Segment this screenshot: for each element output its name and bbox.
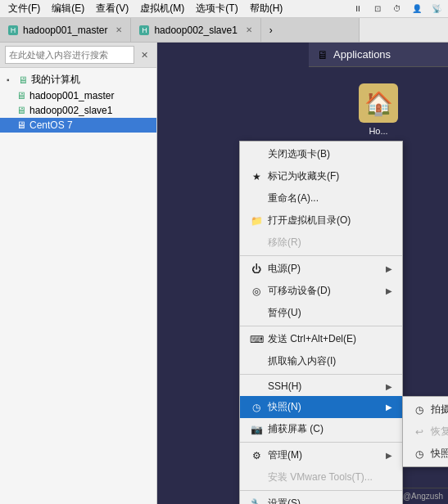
- ctx-label-grab: 抓取输入内容(I): [268, 354, 336, 368]
- app-header-icon: 🖥: [317, 48, 328, 61]
- ctx-sep-2: [240, 326, 402, 326]
- ctx-arrow-power: ▶: [386, 264, 392, 273]
- menubar: 文件(F) 编辑(E) 查看(V) 虚拟机(M) 选项卡(T) 帮助(H) ⏸ …: [0, 0, 448, 18]
- menu-help[interactable]: 帮助(H): [245, 0, 288, 17]
- submenu-label-take: 拍摄快照(T)...: [431, 403, 448, 416]
- sidebar-search-input[interactable]: [5, 46, 134, 64]
- ctx-pause[interactable]: 暂停(U): [240, 302, 402, 324]
- ctx-arrow-ssh: ▶: [386, 382, 392, 391]
- ctx-label-remove: 移除(R): [268, 236, 301, 250]
- main-layout: ✕ ▪ 🖥 我的计算机 🖥 hadoop001_master 🖥 hadoop0…: [0, 43, 448, 504]
- snapshot-submenu: ◷ 拍摄快照(T)... ↩ 恢复到快照 ◷ 快照管理器(M): [402, 396, 448, 467]
- ctx-snapshot[interactable]: ◷ 快照(N) ▶ ◷ 拍摄快照(T)... ↩ 恢复到快照 ◷ 快照管理器(: [240, 396, 402, 418]
- ctx-bookmark[interactable]: ★ 标记为收藏夹(F): [240, 165, 402, 187]
- network-icon[interactable]: 📡: [428, 2, 445, 16]
- tab-hadoop001[interactable]: H hadoop001_master ✕: [0, 18, 131, 42]
- ctx-label-removable: 可移动设备(D): [268, 284, 331, 298]
- tab-more-label: ›: [269, 25, 273, 36]
- tree-item-centos7[interactable]: 🖥 CentOS 7: [0, 118, 156, 133]
- ctx-install-tools: 安装 VMware Tools(T)...: [240, 466, 402, 488]
- submenu-label-manager: 快照管理器(M): [431, 447, 448, 461]
- submenu-restore-snapshot: ↩ 恢复到快照: [403, 421, 448, 443]
- ctx-sep-4: [240, 442, 402, 443]
- ctx-grab-input[interactable]: 抓取输入内容(I): [240, 350, 402, 372]
- ctx-icon-snapshot: ◷: [250, 402, 263, 413]
- tab-close-hadoop002[interactable]: ✕: [246, 25, 252, 34]
- tree-item-hadoop001[interactable]: 🖥 hadoop001_master: [0, 88, 156, 103]
- sidebar-header: ✕: [0, 43, 156, 68]
- sidebar-close-button[interactable]: ✕: [138, 48, 152, 62]
- tab-close-hadoop001[interactable]: ✕: [115, 25, 122, 34]
- ctx-icon-power: ⏻: [250, 263, 263, 275]
- ctx-label-ssh: SSH(H): [268, 380, 301, 392]
- tab-icon-hadoop002: H: [139, 25, 149, 35]
- ctx-power[interactable]: ⏻ 电源(P) ▶: [240, 258, 402, 280]
- tree-item-root[interactable]: ▪ 🖥 我的计算机: [0, 71, 156, 88]
- ctx-manage[interactable]: ⚙ 管理(M) ▶: [240, 444, 402, 466]
- tabbar: H hadoop001_master ✕ H hadoop002_slave1 …: [0, 18, 448, 43]
- ctx-sep-5: [240, 490, 402, 491]
- menu-view[interactable]: 查看(V): [91, 0, 133, 17]
- ctx-arrow-removable: ▶: [386, 286, 392, 295]
- ctx-icon-keyboard: ⌨: [250, 334, 263, 345]
- tree-label-hadoop002: hadoop002_slave1: [29, 105, 112, 116]
- vm-icon-hadoop001: 🖥: [16, 90, 26, 101]
- ctx-label-close-tab: 关闭选项卡(B): [268, 147, 330, 161]
- ctx-label-pause: 暂停(U): [268, 306, 301, 320]
- ctx-icon-capture: 📷: [250, 424, 263, 435]
- menu-edit[interactable]: 编辑(E): [47, 0, 89, 17]
- submenu-icon-manager: ◷: [413, 448, 426, 460]
- tab-label-hadoop002: hadoop002_slave1: [154, 25, 237, 36]
- ctx-label-install-tools: 安装 VMware Tools(T)...: [268, 470, 373, 484]
- ctx-settings[interactable]: 🔧 设置(S)...: [240, 493, 402, 504]
- menubar-icons: ⏸ ⊡ ⏱ 👤 📡: [350, 2, 445, 16]
- menu-file[interactable]: 文件(F): [3, 0, 45, 17]
- tab-icon-hadoop001: H: [8, 25, 18, 35]
- pause-icon[interactable]: ⏸: [350, 2, 366, 16]
- ctx-remove: 移除(R): [240, 232, 402, 254]
- content-area: 🖥 Applications 🏠 Ho... 🗑 Tra... 关闭选项卡(B)…: [157, 43, 448, 504]
- vm-icon-hadoop002: 🖥: [16, 105, 26, 116]
- ctx-capture-screen[interactable]: 📷 捕获屏幕 (C): [240, 418, 402, 440]
- ctx-icon-bookmark: ★: [250, 171, 263, 182]
- ctx-ssh[interactable]: SSH(H) ▶: [240, 376, 402, 396]
- menu-tab[interactable]: 选项卡(T): [191, 0, 242, 17]
- ctx-send-ctrl-alt-del[interactable]: ⌨ 发送 Ctrl+Alt+Del(E): [240, 328, 402, 350]
- submenu-label-restore: 恢复到快照: [431, 425, 448, 439]
- ctx-label-snapshot: 快照(N): [268, 400, 301, 414]
- ctx-arrow-snapshot: ▶: [386, 403, 392, 412]
- desktop-icon-home-label: Ho...: [369, 126, 387, 136]
- user-icon[interactable]: 👤: [409, 2, 425, 16]
- computer-icon: 🖥: [18, 74, 28, 86]
- ctx-sep-1: [240, 255, 402, 256]
- window-icon[interactable]: ⊡: [369, 2, 386, 16]
- ctx-icon-opendir: 📁: [250, 215, 263, 227]
- submenu-take-snapshot[interactable]: ◷ 拍摄快照(T)...: [403, 398, 448, 421]
- ctx-label-rename: 重命名(A)...: [268, 191, 319, 205]
- ctx-icon-removable: ◎: [250, 286, 263, 297]
- ctx-rename[interactable]: 重命名(A)...: [240, 187, 402, 209]
- ctx-label-opendir: 打开虚拟机目录(O): [268, 214, 351, 227]
- ctx-label-power: 电源(P): [268, 262, 301, 276]
- ctx-label-bookmark: 标记为收藏夹(F): [268, 169, 339, 183]
- tab-hadoop002[interactable]: H hadoop002_slave1 ✕: [131, 18, 260, 42]
- home-folder-icon: 🏠: [359, 83, 398, 123]
- clock-icon[interactable]: ⏱: [389, 2, 405, 16]
- desktop-icon-home[interactable]: 🏠 Ho...: [359, 83, 398, 136]
- tab-more[interactable]: ›: [261, 18, 360, 42]
- ctx-removable[interactable]: ◎ 可移动设备(D) ▶: [240, 280, 402, 302]
- sidebar: ✕ ▪ 🖥 我的计算机 🖥 hadoop001_master 🖥 hadoop0…: [0, 43, 157, 504]
- app-header-title: Applications: [333, 48, 391, 61]
- tree-item-hadoop002[interactable]: 🖥 hadoop002_slave1: [0, 103, 156, 118]
- menu-vm[interactable]: 虚拟机(M): [135, 0, 189, 17]
- ctx-close-tab[interactable]: 关闭选项卡(B): [240, 143, 402, 165]
- tab-label-hadoop001: hadoop001_master: [23, 25, 107, 36]
- ctx-label-send-ctrl: 发送 Ctrl+Alt+Del(E): [268, 332, 356, 346]
- submenu-snapshot-manager[interactable]: ◷ 快照管理器(M): [403, 443, 448, 465]
- context-menu: 关闭选项卡(B) ★ 标记为收藏夹(F) 重命名(A)... 📁 打开虚拟机目录…: [239, 141, 403, 504]
- ctx-label-capture: 捕获屏幕 (C): [268, 422, 324, 436]
- ctx-label-manage: 管理(M): [268, 448, 302, 462]
- tree-label-hadoop001: hadoop001_master: [29, 90, 114, 101]
- tree-expand-icon: ▪: [7, 75, 15, 84]
- ctx-open-dir[interactable]: 📁 打开虚拟机目录(O): [240, 209, 402, 232]
